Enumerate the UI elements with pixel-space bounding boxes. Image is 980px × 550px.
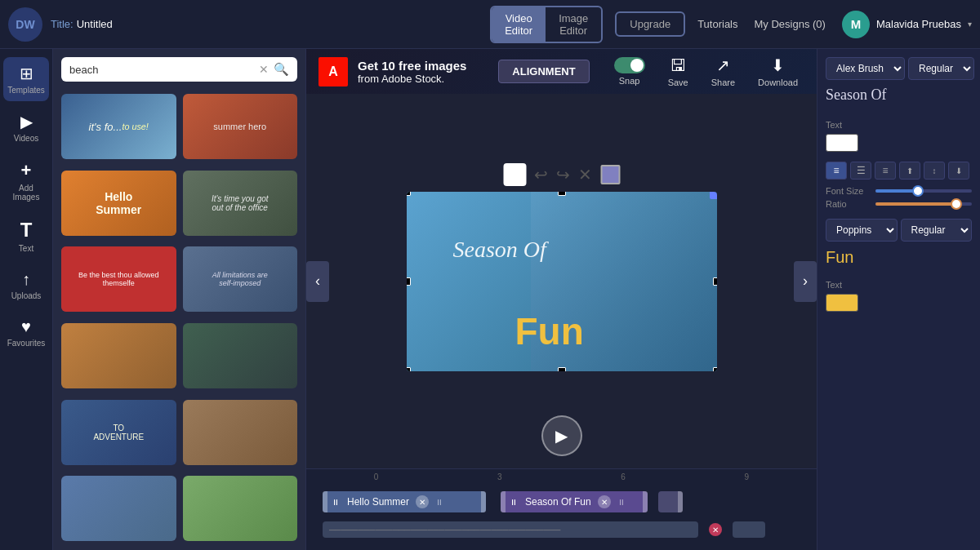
clip-drag-right[interactable] <box>678 491 683 512</box>
download-control[interactable]: ⬇ Download <box>751 55 804 87</box>
list-item[interactable]: Be the best thou allowed themselfe <box>61 246 176 312</box>
clip-close-button[interactable]: ✕ <box>598 495 611 508</box>
save-label: Save <box>668 78 688 87</box>
clip-drag-right[interactable] <box>481 491 486 512</box>
clip-drag-handle[interactable]: ⏸ <box>435 498 443 507</box>
templates-icon: ⊞ <box>20 64 33 83</box>
align-middle-button[interactable]: ↕ <box>924 162 945 180</box>
canvas-background: Season Of Fun <box>407 192 717 371</box>
pause-icon[interactable]: ⏸ <box>331 497 341 507</box>
resize-handle-tc[interactable] <box>558 192 566 196</box>
timeline-track-audio: ────────────────────────────────────────… <box>314 518 808 541</box>
font-family-dropdown[interactable]: Alex Brush <box>826 57 905 80</box>
canvas-frame[interactable]: Season Of Fun <box>407 192 717 371</box>
resize-handle-ml[interactable] <box>407 277 411 286</box>
align-right-button[interactable]: ≡ <box>875 162 896 180</box>
clip-season-of-fun[interactable]: ⏸ Season Of Fun ✕ ⏸ <box>501 491 648 512</box>
canvas-wrapper: ‹ ⊠ ↩ ↪ ✕ Season Of <box>306 94 817 468</box>
image-editor-tab[interactable]: Image Editor <box>546 7 601 42</box>
sidebar-item-label: Favourites <box>7 339 46 348</box>
list-item[interactable]: summer hero <box>183 94 298 159</box>
sidebar: ⊞ Templates ▶ Videos + Add Images T Text… <box>0 49 53 550</box>
canvas-nav-left-button[interactable]: ‹ <box>306 261 329 302</box>
list-item[interactable]: It's time you gotout of the office <box>183 171 298 236</box>
ratio-thumb[interactable] <box>951 198 962 210</box>
play-button[interactable]: ▶ <box>541 415 582 456</box>
sidebar-item-videos[interactable]: ▶ Videos <box>3 105 49 149</box>
audio-clip-end[interactable] <box>733 521 765 538</box>
add-images-icon: + <box>21 160 32 181</box>
corner-indicator <box>710 192 717 199</box>
list-item[interactable] <box>183 400 298 465</box>
clip-drag-left[interactable] <box>501 491 506 512</box>
my-designs-link[interactable]: My Designs (0) <box>755 18 826 30</box>
timeline-track: ⏸ Hello Summer ✕ ⏸ ⏸ Season Of Fun ✕ ⏸ <box>314 490 808 513</box>
font2-style-dropdown[interactable]: Regular <box>901 219 973 242</box>
list-item[interactable] <box>183 323 298 388</box>
upgrade-button[interactable]: Upgrade <box>615 11 685 37</box>
user-menu[interactable]: M Malavida Pruebas ▾ <box>842 11 972 38</box>
font-style-dropdown[interactable]: Regular <box>908 57 974 80</box>
clip-hello-summer[interactable]: ⏸ Hello Summer ✕ ⏸ <box>323 491 486 512</box>
text-color-swatch[interactable] <box>826 134 858 152</box>
pause-icon[interactable]: ⏸ <box>509 497 519 507</box>
clip-drag-right[interactable] <box>643 491 648 512</box>
color-picker-icon[interactable] <box>600 165 620 184</box>
font-size-section: Font Size Ratio <box>826 186 972 212</box>
play-button-container: ▶ <box>541 415 582 456</box>
alignment-button[interactable]: ALIGNMENT <box>498 60 589 83</box>
search-input[interactable] <box>69 64 254 76</box>
close-icon[interactable]: ✕ <box>578 165 592 184</box>
list-item[interactable]: TOADVENTURE <box>61 400 176 465</box>
timeline-ruler: 0 3 6 9 <box>306 469 817 484</box>
clip-close-button[interactable]: ✕ <box>416 495 429 508</box>
redo-icon[interactable]: ↪ <box>556 165 570 184</box>
list-item[interactable] <box>183 476 298 541</box>
align-left-button[interactable]: ≡ <box>826 162 847 180</box>
align-center-button[interactable]: ☰ <box>850 162 871 180</box>
snap-toggle[interactable] <box>614 57 645 73</box>
sidebar-item-favourites[interactable]: ♥ Favourites <box>3 311 49 354</box>
sidebar-item-text[interactable]: T Text <box>3 212 49 259</box>
resize-handle-mr[interactable] <box>713 277 717 286</box>
list-item[interactable]: HelloSummer <box>61 171 176 236</box>
list-item[interactable] <box>61 323 176 388</box>
center-column: A Get 10 free images from Adobe Stock. A… <box>306 49 817 550</box>
clip-drag-handle[interactable]: ⏸ <box>617 498 626 507</box>
font2-family-dropdown[interactable]: Poppins <box>826 219 898 242</box>
audio-close-button[interactable]: ✕ <box>709 523 722 536</box>
save-control[interactable]: 🖫 Save <box>662 56 695 87</box>
sidebar-item-uploads[interactable]: ↑ Uploads <box>3 264 49 307</box>
resize-handle-tl[interactable] <box>407 192 411 196</box>
resize-handle-br[interactable] <box>713 367 717 371</box>
text-color-swatch-yellow[interactable] <box>826 294 858 312</box>
list-item[interactable]: it's fo...to use! <box>61 94 176 159</box>
videos-icon: ▶ <box>20 112 33 131</box>
font-size-track[interactable] <box>875 189 972 193</box>
search-icon[interactable]: 🔍 <box>274 62 289 77</box>
sidebar-item-templates[interactable]: ⊞ Templates <box>3 57 49 101</box>
align-top-button[interactable]: ⬆ <box>899 162 920 180</box>
clip-drag-left[interactable] <box>323 491 327 512</box>
list-item[interactable] <box>61 476 176 541</box>
canvas-nav-right-button[interactable]: › <box>794 261 817 302</box>
resize-handle-bc[interactable] <box>558 367 566 371</box>
uploads-icon: ↑ <box>22 270 30 289</box>
resize-handle-bl[interactable] <box>407 367 411 371</box>
clip-extra[interactable] <box>658 491 683 512</box>
share-control[interactable]: ↗ Share <box>705 55 742 87</box>
crop-icon[interactable]: ⊠ <box>503 163 526 186</box>
video-editor-tab[interactable]: Video Editor <box>492 7 546 42</box>
sidebar-item-label: Add Images <box>7 184 45 202</box>
document-title[interactable]: Untitled <box>77 18 113 30</box>
text-color-section: Text <box>826 120 972 152</box>
clear-search-icon[interactable]: ✕ <box>259 63 269 76</box>
font-size-slider-row: Font Size <box>826 186 972 196</box>
font-size-thumb[interactable] <box>912 185 924 197</box>
tutorials-link[interactable]: Tutorials <box>697 18 737 30</box>
list-item[interactable]: All limitations areself-imposed <box>183 246 298 312</box>
sidebar-item-add-images[interactable]: + Add Images <box>3 153 49 208</box>
undo-icon[interactable]: ↩ <box>534 165 548 184</box>
ratio-track[interactable] <box>875 202 972 206</box>
align-bottom-button[interactable]: ⬇ <box>948 162 969 180</box>
